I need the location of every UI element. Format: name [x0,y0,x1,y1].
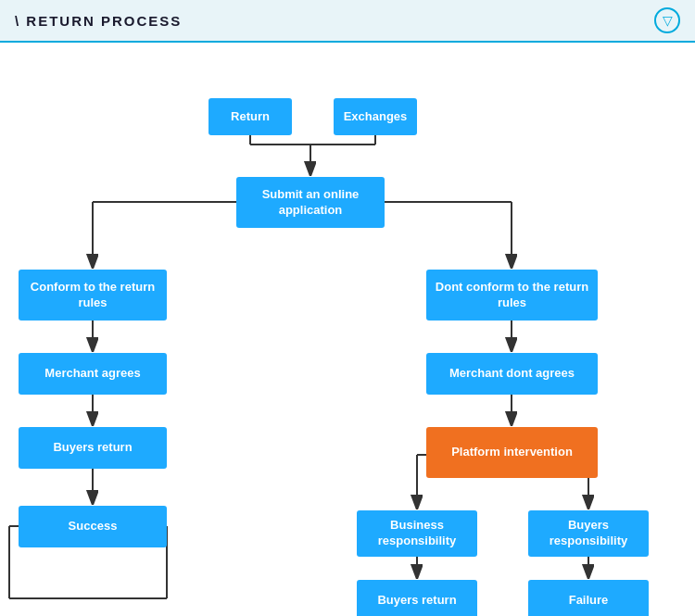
failure-box: Failure [528,580,649,616]
merchant-agrees-box: Merchant agrees [19,353,167,395]
buyers-return-mid-box: Buyers return [357,580,477,616]
buyers-return-left-box: Buyers return [19,427,167,469]
submit-box: Submit an online application [236,177,385,228]
merchant-dont-box: Merchant dont agrees [426,353,598,395]
platform-box: Platform intervention [426,427,598,478]
buyers-resp-box: Buyers responsibility [528,510,649,557]
success-box: Success [19,506,167,547]
dont-conform-box: Dont conform to the return rules [426,270,598,321]
header-icon[interactable]: ▽ [654,7,680,33]
diagram-area: Return Exchanges Submit an online applic… [0,43,695,616]
header: \ RETURN PROCESS ▽ [0,0,695,43]
business-resp-box: Business responsibility [357,510,477,557]
header-title: \ RETURN PROCESS [15,13,182,29]
exchanges-box: Exchanges [334,98,417,135]
return-box: Return [208,98,292,135]
conform-box: Conform to the return rules [19,270,167,321]
